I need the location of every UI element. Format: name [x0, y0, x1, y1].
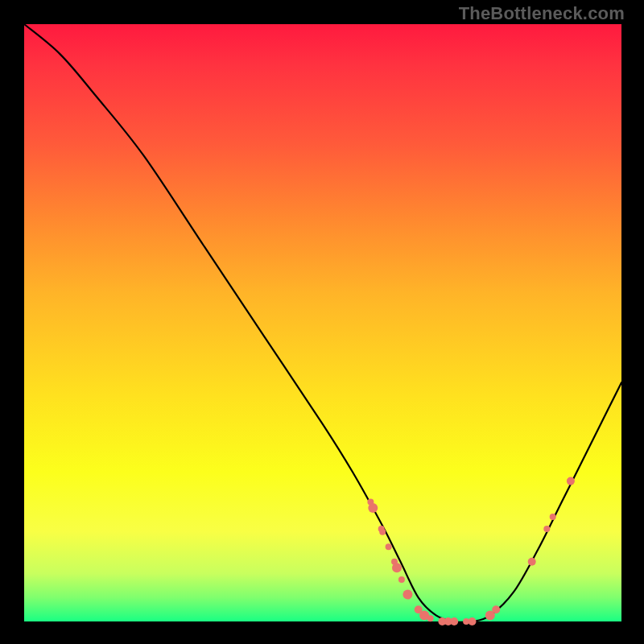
curve-marker: [368, 503, 378, 513]
curve-marker: [492, 605, 500, 613]
watermark-text: TheBottleneck.com: [459, 3, 625, 24]
curve-marker: [550, 514, 556, 520]
curve-marker: [386, 543, 392, 550]
curve-marker: [402, 590, 412, 600]
plot-area: [24, 24, 621, 621]
curve-marker: [528, 558, 536, 566]
curve-marker: [450, 617, 458, 625]
curve-marker: [567, 477, 575, 485]
curve-marker: [469, 617, 477, 625]
chart-container: TheBottleneck.com: [0, 0, 644, 644]
curve-marker: [543, 526, 550, 532]
curve-marker: [392, 563, 402, 572]
bottleneck-curve-svg: [24, 24, 621, 621]
curve-marker: [379, 529, 386, 535]
bottleneck-curve: [24, 24, 621, 622]
curve-marker: [427, 615, 434, 621]
curve-markers-group: [367, 477, 575, 625]
curve-marker: [398, 576, 405, 583]
